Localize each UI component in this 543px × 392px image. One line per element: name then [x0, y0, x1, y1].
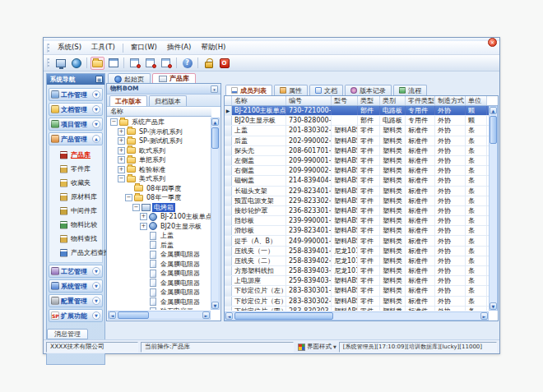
tree-node-1[interactable]: +SP-演示机系列: [108, 127, 211, 137]
chevron-up-icon[interactable]: ▲: [92, 135, 100, 143]
version-tab-0[interactable]: 工作版本: [109, 95, 147, 106]
expander-plus-icon[interactable]: +: [118, 147, 125, 154]
tree-node-17[interactable]: 金属膜电阻器: [108, 279, 211, 288]
tree-node-14[interactable]: 金属膜电阻器: [108, 250, 211, 260]
expander-minus-icon[interactable]: −: [110, 118, 118, 126]
member-tab-4[interactable]: 流程: [393, 85, 427, 95]
table-row[interactable]: 预置电源支架229-823302-00E塑料ABS零件塑料类标准件外协条: [225, 196, 489, 206]
table-row[interactable]: 长磁头支架229-823401-00E塑料ABS零件塑料类标准件外协条: [225, 187, 489, 196]
nav-group-7[interactable]: SP扩展功能▼: [49, 309, 103, 322]
sidebar-item-2[interactable]: 收藏夹: [49, 176, 102, 190]
nav-group-3[interactable]: 产品管理▲: [49, 132, 103, 145]
member-tab-1[interactable]: 属性: [274, 85, 308, 95]
table-row[interactable]: 磁钢盖214-839404-01E塑料ABS零件塑料类标准件外协条: [225, 176, 489, 186]
chevron-down-icon[interactable]: ▼: [92, 297, 100, 305]
report-button[interactable]: [106, 57, 120, 70]
sidebar-item-5[interactable]: 物料比较: [49, 218, 102, 232]
doc-close-button[interactable]: [159, 57, 173, 70]
tree-node-5[interactable]: +检验标准: [108, 165, 211, 175]
expander-plus-icon[interactable]: +: [118, 128, 125, 136]
table-row[interactable]: 下纱定位片（右）283-830302-00E塑料ABS零件塑料类标准件外协条: [225, 297, 489, 307]
tree-node-15[interactable]: 金属膜电阻器: [108, 260, 211, 270]
help-button[interactable]: ?: [180, 57, 194, 70]
lock-button[interactable]: [202, 57, 216, 70]
menu-item-4[interactable]: 帮助(H): [196, 41, 230, 54]
chevron-down-icon[interactable]: ▼: [92, 90, 100, 99]
nav-group-6[interactable]: 配置管理▼: [49, 294, 103, 307]
tree-node-2[interactable]: +SP-测试机系列: [108, 136, 211, 146]
doc-open-button[interactable]: [143, 57, 157, 70]
close-tab-icon[interactable]: ✕: [488, 38, 497, 47]
tree-node-0[interactable]: −系统产品库: [108, 118, 211, 127]
tree-node-13[interactable]: 后盖: [108, 241, 211, 251]
expander-minus-icon[interactable]: −: [118, 175, 125, 182]
table-row[interactable]: 下纱定位片（圆）283-830303-00E塑料ABS零件塑料类标准件外协条: [225, 307, 489, 311]
exit-button[interactable]: O: [217, 57, 231, 70]
table-row[interactable]: 右侧盖209-990002-01E塑料ABS零件塑料类标准件外协条: [225, 166, 489, 176]
table-row[interactable]: 上盖201-830302-00E塑料ABS零件塑料类标准件外协条: [225, 126, 489, 136]
grid-vertical-scrollbar[interactable]: ▲ ▼: [489, 106, 498, 311]
table-row[interactable]: 滑纱板239-823401-00E塑料ABS零件塑料类标准件外协条: [225, 226, 489, 236]
chevron-down-icon[interactable]: ▼: [92, 120, 100, 128]
tree-node-20[interactable]: 独石电容器: [108, 307, 211, 310]
sidebar-item-1[interactable]: 零件库: [49, 162, 102, 176]
expander-plus-icon[interactable]: +: [118, 137, 125, 145]
table-row[interactable]: 下纱定位片（左）283-830301-00E塑料ABS零件塑料类标准件外协条: [225, 286, 489, 296]
nav-group-2[interactable]: 项目管理▼: [49, 118, 103, 131]
monitor-button[interactable]: [53, 57, 67, 70]
expander-plus-icon[interactable]: +: [118, 156, 125, 164]
tree-column-header[interactable]: 名称: [107, 107, 211, 117]
tree-node-16[interactable]: 金属膜电阻器: [108, 269, 211, 279]
toolbar-grip[interactable]: [47, 58, 49, 67]
tree-node-8[interactable]: −08年一季度: [108, 193, 211, 203]
nav-group-0[interactable]: 工作管理▼: [49, 88, 103, 101]
column-header-0[interactable]: 名称: [232, 96, 286, 105]
menu-item-1[interactable]: 工具(T): [86, 41, 120, 54]
nav-group-1[interactable]: 文档管理▼: [49, 103, 103, 116]
expander-plus-icon[interactable]: +: [140, 223, 147, 230]
chevron-down-icon[interactable]: ▼: [92, 267, 100, 275]
column-header-6[interactable]: 制造方式: [435, 96, 466, 105]
table-row[interactable]: 上电源座259-839403-00E塑料ABS零件塑料类标准件外协条: [225, 276, 489, 286]
sidebar-item-3[interactable]: 原材料库: [49, 190, 102, 204]
tree-node-19[interactable]: 金属膜电阻器: [108, 297, 211, 307]
sidebar-menu-button[interactable]: ▦: [95, 76, 103, 83]
table-row[interactable]: 探头壳208-601701-01E塑料ABS零件塑料类标准件外协条: [225, 146, 489, 156]
tree-vertical-scrollbar[interactable]: ▲ ▼: [211, 118, 220, 310]
nav-group-5[interactable]: 系统管理▼: [49, 279, 103, 293]
table-row[interactable]: 提手（A、B）249-990001-01E塑料ABS零件塑料类标准件外协条: [225, 236, 489, 246]
column-header-4[interactable]: 类别: [380, 96, 406, 105]
message-manager-tab[interactable]: 消息管理: [47, 329, 88, 339]
member-tab-2[interactable]: 文档: [309, 85, 343, 95]
tree-node-12[interactable]: 上盖: [108, 231, 211, 241]
tree-horizontal-scrollbar[interactable]: ◄ ►: [108, 311, 211, 320]
tree-node-6[interactable]: −美式系列: [108, 174, 211, 184]
column-header-7[interactable]: 单位: [466, 96, 487, 105]
table-row[interactable]: ▶BJ-2100主板单点730-721000-12E部件电路板专用件外协颗: [225, 106, 489, 116]
column-header-1[interactable]: 编号: [286, 96, 332, 105]
sidebar-item-6[interactable]: 物料查找: [49, 232, 102, 246]
table-row[interactable]: 方形塑料线扣258-839403-00E尼龙1010零件塑料类标准件外协条: [225, 266, 489, 276]
chevron-down-icon[interactable]: ▼: [92, 105, 100, 113]
globe-button[interactable]: [69, 57, 83, 70]
chevron-down-icon[interactable]: ▼: [92, 311, 100, 320]
tree-node-9[interactable]: −电烤箱: [108, 203, 211, 213]
nav-group-4[interactable]: 工艺管理▼: [49, 265, 103, 278]
table-row[interactable]: 后盖202-990002-01E塑料ABS零件塑料类标准件外协条: [225, 136, 489, 146]
expander-plus-icon[interactable]: +: [140, 213, 147, 220]
expander-plus-icon[interactable]: +: [118, 166, 125, 173]
table-row[interactable]: 接纱轮护罩236-823301-00E塑料ABS零件塑料类标准件外协条: [225, 206, 489, 216]
folder-button[interactable]: [90, 57, 104, 70]
menu-item-0[interactable]: 系统(S): [53, 41, 86, 54]
column-header-2[interactable]: 型号: [332, 96, 358, 105]
menu-grip[interactable]: [47, 44, 49, 53]
version-tab-1[interactable]: 归档版本: [149, 95, 187, 106]
column-header-5[interactable]: 零件类型: [406, 96, 435, 105]
tree-node-7[interactable]: 08年四季度: [108, 184, 211, 194]
tree-node-4[interactable]: +单把系列: [108, 155, 211, 165]
expander-minus-icon[interactable]: −: [125, 194, 132, 201]
tree-node-10[interactable]: +BJ-2100主板单点: [108, 212, 211, 222]
style-picker[interactable]: 界面样式 ▼: [298, 343, 336, 351]
menu-item-2[interactable]: 窗口(W): [126, 41, 162, 54]
sidebar-item-0[interactable]: 产品库: [49, 148, 102, 162]
